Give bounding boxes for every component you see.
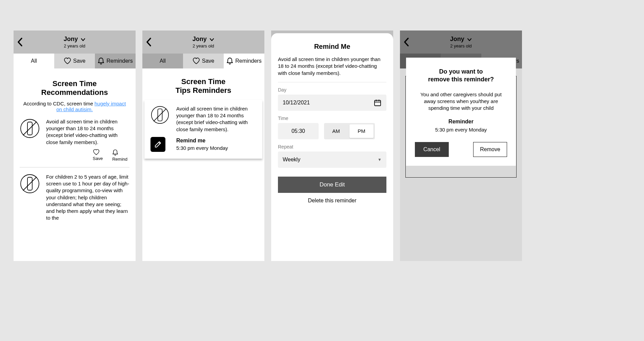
tab-reminders[interactable]: Reminders — [224, 54, 264, 68]
svg-rect-10 — [375, 100, 381, 106]
child-name: Jony — [64, 36, 78, 42]
page-title: Screen TimeTips Reminders — [142, 77, 264, 95]
dialog-subheading: Reminder — [415, 119, 507, 125]
back-button[interactable] — [17, 37, 27, 47]
app-header: Jony 2 years old — [14, 31, 136, 54]
tip-text: Avoid all screen time in children younge… — [46, 118, 129, 146]
child-name: Jony — [193, 36, 207, 42]
tip-item: For children 2 to 5 years of age, limit … — [20, 167, 129, 224]
repeat-label: Repeat — [278, 144, 386, 149]
tab-save[interactable]: Save — [54, 54, 95, 68]
tab-all[interactable]: All — [142, 54, 183, 68]
tab-save[interactable]: Save — [183, 54, 224, 68]
reminder-text: Avoid all screen time in children younge… — [176, 105, 256, 133]
tip-text: For children 2 to 5 years of age, limit … — [46, 174, 129, 222]
day-label: Day — [278, 87, 386, 93]
am-option[interactable]: AM — [324, 123, 348, 139]
screen-reminders-list: Jony 2 years old All Save — [142, 31, 264, 261]
tab-all[interactable]: All — [14, 54, 54, 68]
bell-icon — [226, 57, 233, 65]
dropdown-triangle-icon: ▼ — [378, 157, 382, 162]
cancel-button[interactable]: Cancel — [415, 142, 449, 157]
svg-line-8 — [154, 108, 166, 121]
done-edit-button[interactable]: Done Edit — [278, 177, 386, 193]
repeat-select[interactable]: Weekly ▼ — [278, 152, 386, 168]
tab-reminders-label: Reminders — [106, 58, 133, 64]
edit-sheet: Remind Me Avoid all screen time in child… — [271, 33, 393, 261]
remind-me-label: Remind me — [176, 138, 228, 144]
sheet-description: Avoid all screen time in children younge… — [278, 56, 386, 77]
remind-tip-button[interactable]: Remind — [112, 149, 127, 162]
screen-edit-reminder: Remind Me Avoid all screen time in child… — [271, 31, 393, 261]
back-button[interactable] — [146, 37, 156, 47]
time-value: 05:30 — [291, 128, 305, 134]
tab-save-label: Save — [202, 58, 214, 64]
dialog-title: Do you want toremove this reminder? — [415, 68, 507, 84]
edit-reminder-button[interactable] — [150, 137, 165, 152]
intro-text: According to CDC, screen time hugely imp… — [20, 101, 129, 112]
app-header: Jony 2 years old — [142, 31, 264, 54]
tab-reminders-label: Reminders — [235, 58, 261, 64]
day-value: 10/12/2021 — [283, 100, 310, 106]
tab-bar: All Save Reminders — [142, 54, 264, 68]
screen-recommendations: Jony 2 years old All Save — [14, 31, 136, 261]
delete-reminder-link[interactable]: Delete this reminder — [278, 198, 386, 204]
ampm-toggle: AM PM — [324, 123, 375, 139]
tab-reminders[interactable]: Reminders — [95, 54, 136, 68]
no-phone-icon — [20, 118, 41, 146]
bell-icon — [98, 57, 104, 65]
chevron-down-icon — [209, 37, 214, 42]
heart-icon — [64, 58, 71, 64]
child-age: 2 years old — [156, 43, 251, 48]
tab-bar: All Save Reminders — [14, 54, 136, 68]
time-label: Time — [278, 116, 386, 121]
remind-schedule: 5:30 pm every Monday — [176, 145, 228, 151]
bell-icon — [112, 149, 127, 156]
save-tip-button[interactable]: Save — [93, 149, 103, 162]
no-phone-icon — [150, 105, 171, 133]
page-title: Screen TimeRecommendations — [20, 79, 129, 97]
tab-all-label: All — [31, 58, 37, 64]
pencil-icon — [154, 140, 162, 148]
tip-item: Avoid all screen time in children younge… — [20, 112, 129, 148]
chevron-down-icon — [81, 37, 85, 42]
tab-all-label: All — [160, 58, 166, 64]
screen-remove-confirm: Jony 2 years old All Save — [400, 31, 522, 261]
dialog-body: You and other caregivers should put away… — [415, 91, 507, 112]
svg-line-5 — [23, 177, 37, 190]
child-selector[interactable]: Jony — [156, 36, 251, 43]
heart-icon — [93, 149, 103, 155]
day-input[interactable]: 10/12/2021 — [278, 95, 386, 111]
dialog-schedule: 5:30 pm every Monday — [415, 127, 507, 133]
svg-line-2 — [23, 122, 37, 135]
repeat-value: Weekly — [283, 157, 300, 163]
heart-icon — [193, 58, 200, 64]
no-phone-icon — [20, 174, 41, 222]
child-selector[interactable]: Jony — [27, 36, 122, 43]
confirm-dialog: Do you want toremove this reminder? You … — [406, 58, 516, 166]
remove-button[interactable]: Remove — [473, 142, 507, 157]
pm-option[interactable]: PM — [349, 124, 374, 138]
time-input[interactable]: 05:30 — [278, 123, 319, 139]
sheet-title: Remind Me — [278, 43, 386, 51]
calendar-icon — [374, 99, 382, 107]
reminder-card: Avoid all screen time in children younge… — [144, 100, 262, 159]
tab-save-label: Save — [73, 58, 85, 64]
child-age: 2 years old — [27, 43, 122, 48]
